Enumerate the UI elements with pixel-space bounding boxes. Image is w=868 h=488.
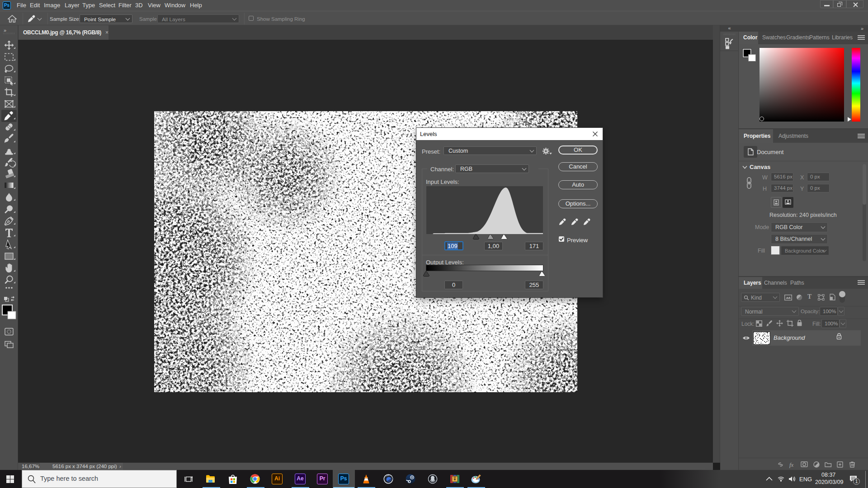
svg-text:fx: fx — [789, 461, 794, 468]
